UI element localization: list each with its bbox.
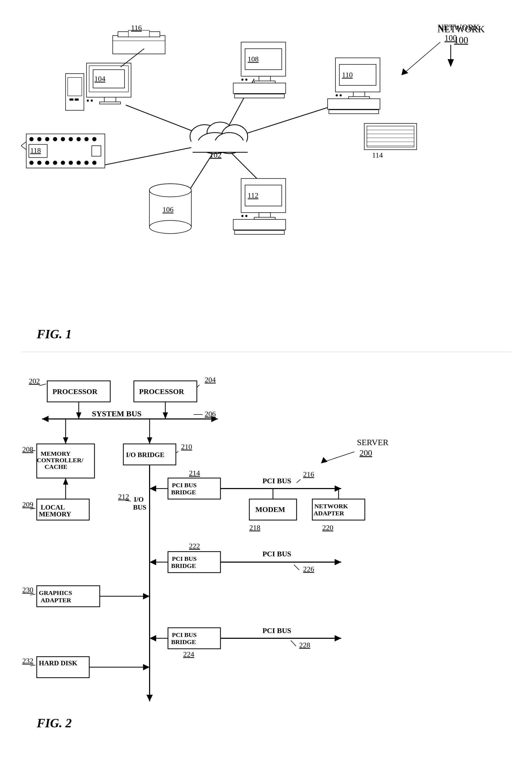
svg-point-93 [61, 161, 65, 165]
svg-text:PCI BUS: PCI BUS [263, 550, 291, 558]
svg-rect-60 [241, 179, 286, 213]
svg-text:108: 108 [248, 55, 259, 63]
svg-marker-151 [147, 695, 153, 701]
svg-line-1 [220, 79, 254, 142]
svg-text:HARD DISK: HARD DISK [39, 659, 77, 667]
svg-point-84 [85, 137, 89, 141]
svg-marker-7 [447, 59, 454, 67]
svg-text:PCI BUS: PCI BUS [263, 626, 291, 635]
svg-marker-163 [335, 485, 341, 492]
svg-rect-173 [168, 552, 220, 573]
svg-line-161 [296, 479, 300, 483]
svg-text:BRIDGE: BRIDGE [171, 562, 196, 569]
svg-rect-31 [128, 30, 149, 37]
svg-point-9 [207, 122, 233, 143]
svg-point-78 [37, 137, 42, 141]
svg-point-26 [87, 100, 89, 102]
fig2-svg: SERVER 200 PROCESSOR 202 PROCESSOR 204 S… [21, 368, 512, 730]
svg-line-0 [126, 105, 220, 142]
svg-point-74 [149, 184, 191, 197]
svg-text:222: 222 [189, 542, 200, 550]
svg-rect-41 [233, 83, 286, 94]
server-rack-118: 118 [21, 134, 105, 168]
svg-marker-145 [63, 478, 68, 485]
svg-rect-67 [233, 219, 286, 230]
svg-rect-38 [254, 81, 275, 83]
svg-text:BRIDGE: BRIDGE [171, 639, 196, 645]
svg-rect-28 [113, 36, 165, 54]
svg-text:MEMORY: MEMORY [41, 450, 70, 457]
svg-text:I/O: I/O [134, 496, 144, 503]
svg-rect-50 [327, 99, 380, 109]
svg-line-105 [323, 452, 354, 462]
fig1-svg: 102 104 [21, 16, 511, 352]
svg-rect-19 [75, 99, 79, 101]
svg-point-48 [336, 94, 338, 96]
svg-rect-37 [259, 76, 270, 81]
svg-point-85 [92, 137, 97, 141]
svg-point-81 [61, 137, 65, 141]
svg-text:210: 210 [181, 442, 192, 451]
svg-text:NETWORK: NETWORK [314, 503, 348, 510]
svg-point-77 [29, 137, 34, 141]
svg-point-27 [91, 100, 93, 102]
device-114 [364, 123, 417, 150]
svg-marker-124 [163, 412, 168, 419]
svg-text:I/O BRIDGE: I/O BRIDGE [126, 451, 165, 459]
svg-text:PCI BUS: PCI BUS [172, 482, 197, 489]
svg-rect-44 [339, 64, 376, 85]
svg-rect-43 [335, 58, 380, 92]
svg-point-91 [45, 161, 49, 165]
svg-rect-64 [254, 217, 275, 219]
svg-point-11 [198, 133, 232, 154]
svg-marker-207 [143, 664, 150, 670]
svg-point-8 [190, 125, 219, 148]
svg-text:PROCESSOR: PROCESSOR [139, 387, 184, 396]
svg-text:114: 114 [372, 151, 383, 159]
svg-marker-106 [321, 457, 327, 463]
svg-point-80 [53, 137, 57, 141]
svg-rect-25 [100, 102, 121, 104]
svg-marker-178 [150, 559, 156, 565]
svg-point-92 [53, 161, 57, 165]
network-label: NETWORK 100 [437, 24, 485, 46]
svg-point-73 [149, 220, 191, 233]
svg-text:204: 204 [205, 376, 216, 384]
svg-point-12 [215, 133, 244, 154]
svg-rect-86 [29, 144, 47, 158]
svg-point-69 [149, 184, 191, 197]
svg-rect-17 [68, 77, 82, 96]
svg-text:212: 212 [118, 493, 129, 500]
svg-rect-18 [70, 99, 73, 101]
page: NETWORK 100 [0, 0, 532, 757]
svg-line-5 [89, 142, 220, 168]
svg-rect-34 [241, 42, 286, 76]
svg-text:116: 116 [131, 24, 142, 32]
svg-text:BRIDGE: BRIDGE [171, 489, 196, 496]
svg-text:CONTROLLER/: CONTROLLER/ [37, 457, 83, 464]
svg-text:ADAPTER: ADAPTER [314, 510, 344, 517]
svg-text:232: 232 [22, 657, 33, 665]
svg-point-40 [245, 78, 247, 81]
svg-rect-53 [367, 126, 414, 147]
network-num: 100 [437, 35, 485, 46]
svg-text:104: 104 [95, 75, 105, 83]
svg-rect-63 [259, 213, 270, 218]
computer-112: 112 [233, 179, 286, 234]
svg-text:SYSTEM BUS: SYSTEM BUS [92, 409, 141, 418]
network-text: NETWORK [437, 24, 485, 35]
svg-rect-52 [364, 123, 417, 150]
svg-rect-29 [118, 32, 160, 37]
cloud-102 [190, 122, 248, 154]
svg-marker-138 [147, 437, 152, 444]
svg-point-90 [37, 161, 42, 165]
svg-rect-24 [104, 97, 116, 103]
svg-rect-22 [93, 70, 125, 88]
svg-text:CACHE: CACHE [44, 463, 68, 470]
svg-rect-16 [66, 74, 84, 110]
svg-text:206: 206 [205, 410, 216, 418]
svg-rect-35 [245, 48, 282, 70]
svg-point-97 [92, 161, 97, 165]
svg-marker-102 [402, 68, 408, 75]
svg-marker-201 [335, 635, 341, 641]
